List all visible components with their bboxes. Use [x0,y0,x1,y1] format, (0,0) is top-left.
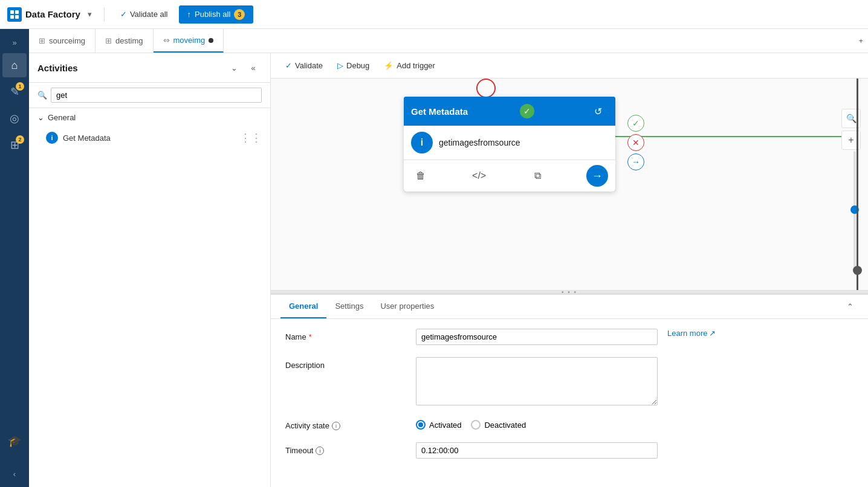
complete-connector-button[interactable]: → [627,153,644,170]
properties-form: Name * Learn more ↗ Description [271,319,868,487]
name-input[interactable] [416,329,658,345]
tab-user-properties[interactable]: User properties [372,295,442,318]
general-section-label: General [48,113,76,122]
debug-label: Debug [346,61,369,70]
chevron-up-icon: ⌃ [847,302,853,311]
node-check-icon: ✓ [520,104,534,118]
node-delete-button[interactable]: 🗑 [411,166,430,185]
description-field-row: Description [285,357,853,405]
general-section-header[interactable]: ⌄ General [29,108,270,127]
node-body: i getimagesfromsource [404,126,615,160]
home-icon: ⌂ [11,59,18,72]
validate-check-icon: ✓ [120,10,127,19]
validate-all-button[interactable]: ✓ Validate all [114,7,174,22]
tab-moveimg[interactable]: ⇔ moveimg [154,29,224,53]
properties-panel-close-button[interactable]: ⌃ [841,298,858,315]
tab-destimg[interactable]: ⊞ destimg [96,29,154,53]
collapse-icon: ⌄ [231,63,238,73]
publish-badge: 3 [234,9,245,20]
sidebar-item-learn[interactable]: 🎓 [2,429,27,453]
node-code-button[interactable]: </> [470,166,489,185]
tab-settings[interactable]: Settings [326,295,372,318]
left-nav: » ⌂ ✎ 1 ◎ ⊞ 2 🎓 ‹ [0,29,29,487]
activities-collapse-button[interactable]: ⌄ [225,59,242,76]
chevron-left-icon: ‹ [13,469,16,479]
node-next-button[interactable]: → [586,165,608,187]
add-trigger-button[interactable]: ⚡ Add trigger [378,58,441,73]
get-metadata-activity-item[interactable]: i Get Metadata ⋮⋮ [29,127,270,149]
unsaved-dot [209,38,213,43]
logo-icon [7,7,22,22]
sidebar-item-monitor[interactable]: ◎ [2,106,27,131]
fail-connector-button[interactable]: ✕ [627,134,644,151]
chevron-down-icon: ⌄ [37,113,44,122]
connector-circle [476,79,496,98]
deactivated-radio[interactable]: Deactivated [471,420,526,430]
tab-label-moveimg: moveimg [173,36,206,45]
drag-handle-icon: ⋮⋮ [240,131,262,144]
get-metadata-node[interactable]: Get Metadata ✓ ↺ i getimagesfromsource 🗑… [404,97,615,192]
top-bar: Data Factory ▾ ✓ Validate all ↑ Publish … [0,0,868,29]
debug-button[interactable]: ▷ Debug [331,58,375,73]
tab-sourceimg[interactable]: ⊞ sourceimg [29,29,96,53]
activities-panel: Activities ⌄ « 🔍 ⌄ General i [29,53,271,487]
deactivated-label: Deactivated [484,421,526,430]
activities-close-button[interactable]: « [245,59,262,76]
sidebar-item-manage[interactable]: ⊞ 2 [2,133,27,157]
node-copy-button[interactable]: ⧉ [528,166,547,185]
node-info-icon: i [411,132,433,153]
validate-button[interactable]: ✓ Validate [279,58,329,73]
publish-all-label: Publish all [195,10,230,19]
svg-rect-1 [15,10,19,14]
activated-radio[interactable]: Activated [416,420,461,430]
activities-title: Activities [37,63,78,73]
success-connector-line [615,136,857,137]
tab-general[interactable]: General [280,295,326,318]
connector-panel: ✓ ✕ → [627,115,644,170]
description-label: Description [285,357,406,370]
publish-all-button[interactable]: ↑ Publish all 3 [179,5,254,24]
activities-search-box: 🔍 [29,83,270,108]
tab-bar: ⊞ sourceimg ⊞ destimg ⇔ moveimg + [29,29,868,53]
user-properties-tab-label: User properties [380,302,434,311]
sidebar-item-edit[interactable]: ✎ 1 [2,80,27,104]
deactivated-radio-circle [471,420,481,430]
monitor-icon: ◎ [10,112,19,125]
svg-rect-3 [15,15,19,19]
activities-header: Activities ⌄ « [29,53,270,83]
activities-search-input[interactable] [51,88,262,103]
activated-radio-circle [416,420,426,430]
sidebar-item-home[interactable]: ⌂ [2,53,27,77]
properties-tabs: General Settings User properties ⌃ [271,295,868,319]
activity-state-info-icon[interactable]: i [332,422,340,430]
success-connector-button[interactable]: ✓ [627,115,644,132]
main-layout: ⊞ sourceimg ⊞ destimg ⇔ moveimg + Activi… [29,29,868,487]
timeout-label: Timeout i [285,442,406,455]
timeout-info-icon[interactable]: i [316,447,324,455]
activity-state-radio-group: Activated Deactivated [416,418,853,430]
sidebar-collapse-button[interactable]: ‹ [2,465,27,482]
node-header: Get Metadata ✓ ↺ [404,97,615,126]
node-redo-button[interactable]: ↺ [589,102,608,121]
canvas-toolbar: ✓ Validate ▷ Debug ⚡ Add trigger [271,53,868,79]
activity-state-label: Activity state i [285,418,406,430]
timeout-input[interactable] [416,442,658,459]
node-actions: 🗑 </> ⧉ → [404,160,615,192]
activity-state-row: Activity state i Activated [285,418,853,430]
learn-more-label: Learn more [667,329,707,338]
learn-more-link[interactable]: Learn more ↗ [667,329,716,338]
tab-add-button[interactable]: + [853,29,868,53]
external-link-icon: ↗ [709,329,716,338]
node-activity-name: getimagesfromsource [439,138,520,147]
validate-label: Validate [295,61,323,70]
timeline-thumb[interactable] [853,266,862,275]
trigger-icon: ⚡ [384,61,394,70]
tab-label-destimg: destimg [115,36,143,45]
app-chevron[interactable]: ▾ [88,10,92,19]
description-input[interactable] [416,357,658,405]
right-area: ✓ Validate ▷ Debug ⚡ Add trigger [271,53,868,487]
top-bar-divider [104,7,105,22]
publish-icon: ↑ [187,10,192,19]
nav-collapse-button[interactable]: » [2,34,27,51]
table-icon-destimg: ⊞ [105,36,112,45]
